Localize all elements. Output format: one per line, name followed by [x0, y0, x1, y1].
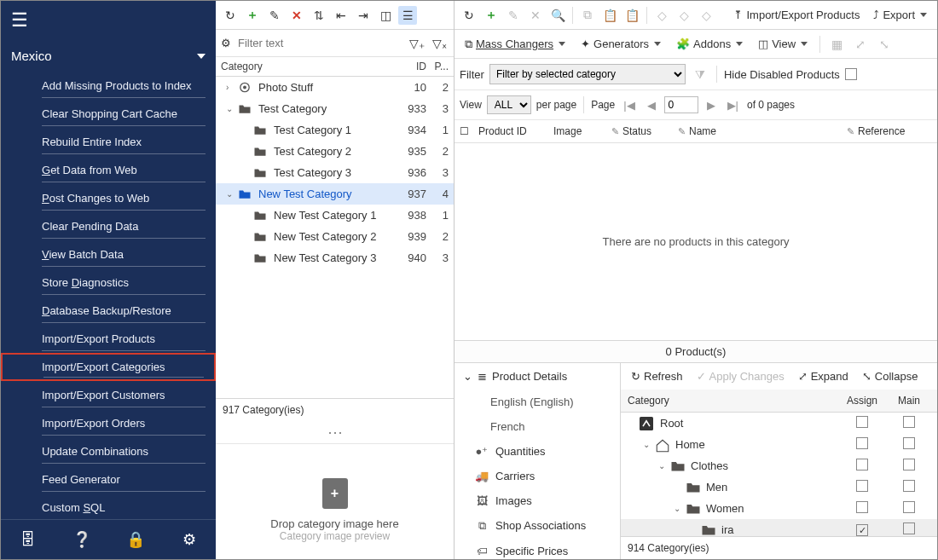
category-tree-row[interactable]: Test Category 29352 — [216, 141, 454, 162]
assign-checkbox[interactable] — [856, 501, 868, 513]
col-assign[interactable]: Assign — [837, 395, 888, 407]
category-filter-input[interactable] — [234, 33, 404, 53]
mass-changers-button[interactable]: ⧉ Mass Changers — [460, 36, 570, 53]
edit-icon[interactable]: ✎ — [265, 6, 284, 25]
main-checkbox[interactable] — [903, 437, 915, 449]
sidebar-item[interactable]: Clear Shopping Cart Cache — [1, 100, 216, 128]
expander-icon[interactable]: ⌄ — [643, 440, 655, 449]
expander-icon[interactable]: ⌄ — [226, 189, 238, 199]
assign-checkbox[interactable]: ✓ — [856, 524, 868, 536]
col-product-id[interactable]: Product ID — [478, 125, 547, 137]
expander-icon[interactable]: ⌄ — [658, 461, 670, 471]
collapse-button[interactable]: ⤡ Collapse — [859, 368, 922, 384]
first-page-icon[interactable]: |◀ — [620, 99, 638, 112]
addons-button[interactable]: 🧩 Addons — [671, 36, 748, 52]
filter-clear-icon[interactable]: ▽ₓ — [430, 34, 449, 53]
sort-icon[interactable]: ☰ — [398, 6, 417, 25]
sidebar-item[interactable]: Feed Generator — [1, 465, 216, 494]
move-up-down-icon[interactable]: ⇅ — [310, 6, 328, 25]
main-checkbox[interactable] — [903, 501, 915, 513]
main-checkbox[interactable] — [903, 522, 915, 534]
detail-item[interactable]: 🚚Carriers — [455, 464, 620, 488]
settings-gear-icon[interactable]: ⚙ — [178, 528, 200, 551]
sidebar-item[interactable]: Update Combinations — [1, 437, 216, 465]
main-checkbox[interactable] — [903, 416, 915, 428]
refresh-icon[interactable]: ↻ — [221, 6, 240, 25]
assignment-tree-row[interactable]: ⌄Clothes — [621, 455, 937, 476]
sidebar-item[interactable]: Clear Pending Data — [1, 212, 216, 240]
view-button[interactable]: ◫ View — [753, 36, 813, 52]
expander-icon[interactable]: ⌄ — [674, 504, 686, 513]
col-category[interactable]: Category — [628, 395, 837, 407]
sidebar-item[interactable]: Custom SQL — [1, 494, 216, 519]
category-tree-row[interactable]: ⌄Test Category9333 — [216, 98, 454, 119]
indent-icon[interactable]: ⇥ — [354, 6, 373, 25]
delete-icon[interactable]: ✕ — [287, 6, 306, 25]
next-page-icon[interactable]: ▶ — [704, 99, 719, 112]
sidebar-item[interactable]: Import/Export Customers — [1, 381, 216, 409]
category-tree-row[interactable]: ⌄New Test Category9374 — [216, 183, 454, 205]
lock-icon[interactable]: 🔒 — [124, 528, 147, 551]
sidebar-item[interactable]: View Batch Data — [1, 240, 216, 268]
assignment-tree-row[interactable]: ira✓ — [621, 519, 937, 537]
detail-item[interactable]: English (English) — [455, 390, 620, 414]
sidebar-item[interactable]: Store Diagnostics — [1, 268, 216, 297]
col-id[interactable]: ID — [392, 61, 426, 72]
hamburger-menu-icon[interactable]: ☰ — [1, 1, 216, 40]
col-image[interactable]: Image — [553, 125, 605, 137]
import-export-products-button[interactable]: ⤒ Import/Export Products — [728, 7, 865, 23]
page-number-input[interactable] — [664, 96, 698, 113]
assign-checkbox[interactable] — [856, 416, 868, 428]
detail-item[interactable]: ●⁺Quantities — [455, 439, 620, 464]
col-position[interactable]: P... — [426, 61, 449, 72]
detail-item[interactable]: 🖼Images — [455, 488, 620, 513]
inbox-icon[interactable]: 🗄 — [17, 528, 39, 551]
refresh-icon[interactable]: ↻ — [460, 6, 478, 25]
category-tree-row[interactable]: New Test Category 29392 — [216, 226, 454, 247]
search-icon[interactable]: 🔍 — [548, 6, 567, 25]
hide-disabled-checkbox[interactable] — [845, 68, 857, 80]
filter-add-icon[interactable]: ▽₊ — [408, 34, 426, 53]
toggle-icon[interactable]: ◫ — [376, 6, 395, 25]
sidebar-item[interactable]: Get Data from Web — [1, 156, 216, 184]
col-name[interactable]: ✎Name — [678, 125, 840, 137]
sidebar-item[interactable]: Rebuild Entire Index — [1, 128, 216, 156]
assign-checkbox[interactable] — [856, 480, 868, 492]
export-button[interactable]: ⤴ Export — [868, 7, 932, 23]
expander-icon[interactable]: › — [226, 83, 238, 92]
sidebar-item[interactable]: Import/Export Products — [1, 325, 216, 353]
filter-gear-icon[interactable]: ⚙ — [221, 37, 231, 49]
category-image-dropzone[interactable]: Drop category image here Category image … — [216, 443, 454, 559]
region-selector[interactable]: Mexico — [1, 40, 216, 72]
assignment-tree-row[interactable]: Root — [621, 413, 937, 434]
help-icon[interactable]: ❔ — [71, 528, 93, 551]
category-tree-row[interactable]: Test Category 39363 — [216, 162, 454, 183]
product-details-header[interactable]: ⌄ ≣ Product Details — [455, 363, 620, 390]
refresh-button[interactable]: ↻ Refresh — [628, 368, 686, 384]
add-product-icon[interactable]: ＋ — [482, 6, 501, 25]
page-size-select[interactable]: ALL — [487, 95, 531, 114]
col-status[interactable]: ✎Status — [611, 125, 671, 137]
col-category[interactable]: Category — [221, 61, 392, 72]
sidebar-item[interactable]: Add Missing Products to Index — [1, 72, 216, 100]
category-tree-row[interactable]: New Test Category 19381 — [216, 205, 454, 226]
main-checkbox[interactable] — [903, 480, 915, 492]
filter-select[interactable]: Filter by selected category — [489, 64, 686, 84]
prev-page-icon[interactable]: ◀ — [644, 99, 659, 112]
assign-checkbox[interactable] — [856, 437, 868, 449]
detail-item[interactable]: 🏷Specific Prices — [455, 539, 620, 560]
generators-button[interactable]: ✦ Generators — [576, 36, 666, 52]
assignment-tree-row[interactable]: ⌄Home — [621, 434, 937, 455]
select-all-checkbox[interactable]: ☐ — [460, 125, 472, 137]
main-checkbox[interactable] — [903, 459, 915, 471]
add-icon[interactable]: ＋ — [243, 6, 262, 25]
detail-item[interactable]: ⧉Shop Associations — [455, 513, 620, 539]
assign-checkbox[interactable] — [856, 459, 868, 471]
category-tree-row[interactable]: New Test Category 39403 — [216, 247, 454, 268]
detail-item[interactable]: French — [455, 414, 620, 439]
sidebar-item[interactable]: Import/Export Categories — [1, 353, 216, 381]
sidebar-item[interactable]: Post Changes to Web — [1, 184, 216, 212]
outdent-icon[interactable]: ⇤ — [332, 6, 350, 25]
last-page-icon[interactable]: ▶| — [724, 99, 742, 112]
sidebar-item[interactable]: Database Backup/Restore — [1, 297, 216, 325]
